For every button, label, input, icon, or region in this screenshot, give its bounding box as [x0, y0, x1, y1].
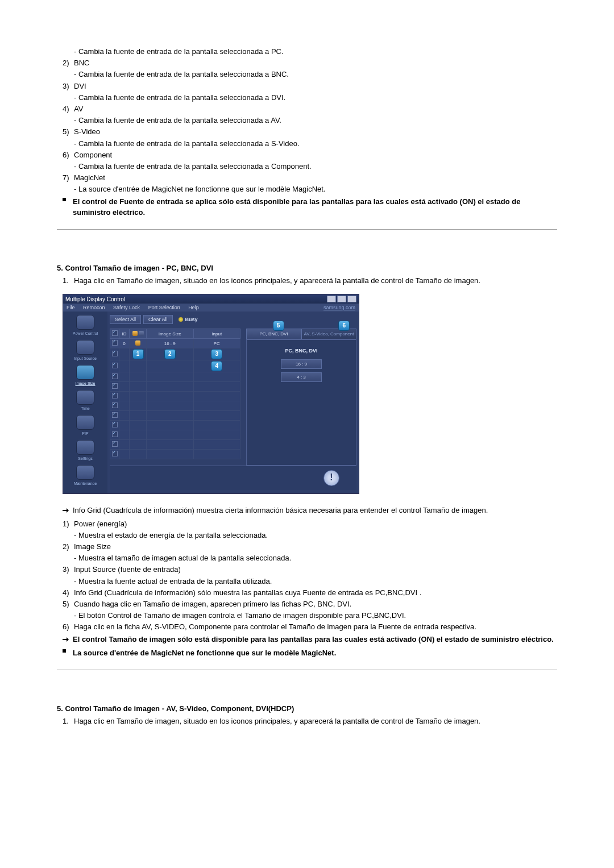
- sidebar-item-power[interactable]: Power Control: [68, 315, 102, 335]
- list-number: 5): [63, 127, 74, 137]
- table-row[interactable]: 4: [110, 360, 240, 372]
- table-row[interactable]: [110, 411, 240, 421]
- toolbar: Select All Clear All Busy: [110, 315, 356, 324]
- list-item-sub: - La source d'entrée de MagicNet ne fonc…: [74, 184, 557, 194]
- sidebar-item-input[interactable]: Input Source: [68, 340, 102, 360]
- table-row[interactable]: [110, 450, 240, 459]
- image-size-icon: [76, 365, 94, 380]
- menu-item[interactable]: Remocon: [83, 305, 105, 310]
- section-heading: 5. Control Tamaño de imagen - PC, BNC, D…: [57, 264, 557, 272]
- list-item-sub: - Cambia la fuente de entrada de la pant…: [74, 161, 557, 172]
- list-label: BNC: [74, 58, 557, 68]
- menu-item[interactable]: Port Selection: [148, 305, 180, 310]
- main-area: Select All Clear All Busy ID: [107, 312, 359, 493]
- note-text: El control Tamaño de imagen sólo está di…: [73, 634, 557, 646]
- close-icon[interactable]: [347, 296, 356, 302]
- check-icon[interactable]: [112, 351, 118, 356]
- bullet-icon: [63, 197, 73, 217]
- list-number: 2): [63, 542, 74, 552]
- sidebar-item-pip[interactable]: PIP: [68, 415, 102, 435]
- list-label: Power (energía): [74, 519, 557, 529]
- ratio-4-3-button[interactable]: 4 : 3: [281, 372, 322, 382]
- menu-item[interactable]: Safety Lock: [113, 305, 140, 310]
- callout-5: 5: [273, 321, 284, 331]
- check-icon[interactable]: [112, 431, 118, 437]
- check-icon[interactable]: [112, 393, 118, 398]
- th-power: [130, 329, 147, 339]
- note-bullet: El control Tamaño de imagen sólo está di…: [63, 634, 557, 646]
- sidebar-item-image-size[interactable]: Image Size: [68, 365, 102, 385]
- window-titlebar: Multiple Display Control: [63, 294, 359, 304]
- clear-all-button[interactable]: Clear All: [143, 315, 173, 324]
- check-icon[interactable]: [112, 402, 118, 408]
- content-columns: ID Image Size Input 0 16 : 9 PC: [110, 329, 356, 466]
- table-row[interactable]: [110, 401, 240, 411]
- sidebar-label: Maintenance: [68, 481, 102, 485]
- table-row[interactable]: [110, 430, 240, 440]
- check-icon[interactable]: [112, 422, 118, 427]
- sidebar-item-maintenance[interactable]: Maintenance: [68, 465, 102, 485]
- list-item: 3) DVI: [63, 81, 557, 92]
- para-text: Haga clic en Tamaño de imagen, situado e…: [74, 276, 480, 286]
- app-footer: !: [110, 466, 356, 490]
- check-icon[interactable]: [112, 451, 118, 456]
- section-paragraph: 1. Haga clic en Tamaño de imagen, situad…: [63, 276, 557, 286]
- cell-id: 0: [119, 339, 130, 348]
- maximize-icon[interactable]: [337, 296, 346, 302]
- note-bullet: La source d'entrée de MagicNet ne foncti…: [63, 648, 557, 658]
- list-label: Component: [74, 150, 557, 160]
- list-item: 5) S-Video: [63, 127, 557, 137]
- tabs: 5 6 PC, BNC, DVI AV, S-Video, Component: [246, 329, 356, 339]
- menu-item[interactable]: Help: [188, 305, 199, 310]
- check-icon[interactable]: [112, 441, 118, 447]
- list-number: 3): [63, 81, 74, 92]
- para-text: Haga clic en Tamaño de imagen, situado e…: [74, 716, 480, 726]
- table-row[interactable]: [110, 372, 240, 382]
- table-row[interactable]: [110, 440, 240, 450]
- menu-item[interactable]: File: [67, 305, 75, 310]
- list-label: Haga clic en la ficha AV, S-VIDEO, Compo…: [74, 622, 557, 632]
- list-number: 2): [63, 58, 74, 68]
- table-row[interactable]: 0 16 : 9 PC: [110, 339, 240, 348]
- size-panel: PC, BNC, DVI 16 : 9 4 : 3: [246, 339, 356, 466]
- sidebar-item-time[interactable]: Time: [68, 390, 102, 410]
- sidebar-item-settings[interactable]: Settings: [68, 440, 102, 460]
- check-icon[interactable]: [112, 412, 118, 418]
- bullet-icon: [63, 648, 73, 658]
- check-icon[interactable]: [112, 363, 118, 368]
- table-row[interactable]: [110, 392, 240, 401]
- para-number: 1.: [63, 276, 74, 286]
- list-label: Cuando haga clic en Tamaño de imagen, ap…: [74, 599, 557, 609]
- power-off-icon: [139, 331, 144, 336]
- menu-bar: File Remocon Safety Lock Port Selection …: [63, 304, 359, 312]
- check-icon[interactable]: [112, 340, 118, 346]
- ratio-16-9-button[interactable]: 16 : 9: [281, 359, 322, 369]
- th-input: Input: [193, 329, 240, 339]
- table-row[interactable]: 1 2 3: [110, 348, 240, 360]
- list-item-sub: - Cambia la fuente de entrada de la pant…: [74, 139, 557, 149]
- check-icon[interactable]: [112, 373, 118, 379]
- list-number: 4): [63, 588, 74, 598]
- check-icon[interactable]: [112, 330, 118, 336]
- minimize-icon[interactable]: [327, 296, 336, 302]
- list-item: 4) Info Grid (Cuadrícula de información)…: [63, 588, 557, 598]
- divider: [57, 670, 557, 670]
- window-title: Multiple Display Control: [65, 296, 125, 302]
- list-item-sub: - Muestra la fuente actual de entrada de…: [74, 576, 557, 587]
- check-icon[interactable]: [112, 383, 118, 389]
- th-check: [110, 329, 119, 339]
- list-item-sub: - Muestra el estado de energía de la pan…: [74, 530, 557, 541]
- sidebar-label: Time: [68, 406, 102, 410]
- table-row[interactable]: [110, 382, 240, 392]
- info-icon[interactable]: !: [323, 470, 339, 486]
- callout-6: 6: [338, 321, 350, 331]
- list-item-sub: - Cambia la fuente de entrada de la pant…: [74, 69, 557, 80]
- select-all-button[interactable]: Select All: [110, 315, 141, 324]
- section-paragraph: 1. Haga clic en Tamaño de imagen, situad…: [63, 716, 557, 726]
- list-item: 7) MagicNet: [63, 173, 557, 183]
- table-row[interactable]: [110, 421, 240, 430]
- menu-link[interactable]: samsung.com: [323, 305, 355, 310]
- sidebar-label: PIP: [68, 431, 102, 435]
- cell-size: 16 : 9: [147, 339, 194, 348]
- busy-dot-icon: [179, 317, 183, 322]
